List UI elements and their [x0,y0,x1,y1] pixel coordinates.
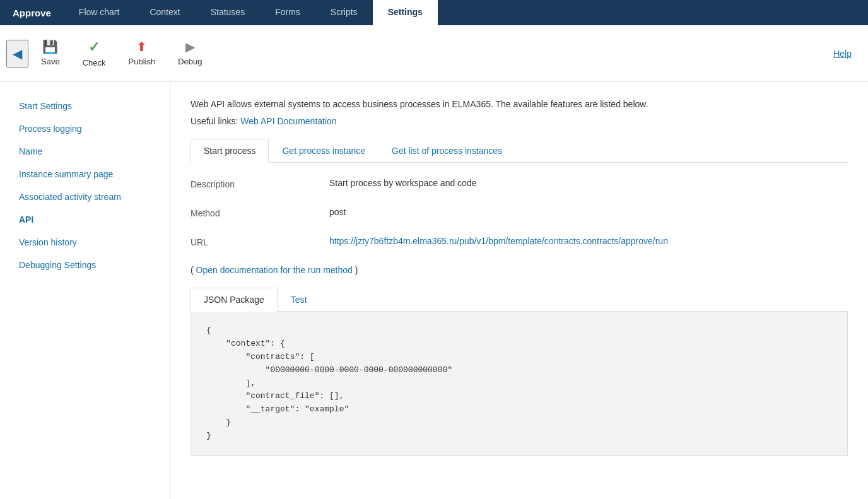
open-doc-prefix: ( [191,265,196,275]
description-label: Description [191,178,329,189]
sub-tab-test[interactable]: Test [278,288,320,312]
tab-get-process-instance[interactable]: Get process instance [269,139,378,163]
tab-settings[interactable]: Settings [373,0,438,25]
sidebar-item-api[interactable]: API [0,208,170,231]
sidebar-item-instance-summary-page[interactable]: Instance summary page [0,163,170,185]
check-button[interactable]: ✓ Check [73,34,116,73]
toolbar: ◀ 💾 Save ✓ Check ⬆ Publish ▶ Debug Help [0,25,868,82]
sidebar-item-debugging-settings[interactable]: Debugging Settings [0,254,170,276]
sub-tabs: JSON Package Test [191,288,848,312]
debug-icon: ▶ [185,39,195,54]
url-value: https://jzty7b6ftzb4m.elma365.ru/pub/v1/… [329,236,848,246]
tab-statuses[interactable]: Statuses [196,0,260,25]
publish-icon: ⬆ [136,39,147,54]
check-icon: ✓ [88,39,100,56]
back-button[interactable]: ◀ [6,40,28,68]
toolbar-buttons: 💾 Save ✓ Check ⬆ Publish ▶ Debug [31,34,212,73]
code-block: { "context": { "contracts": [ "00000000-… [191,312,848,455]
sub-tab-json-package[interactable]: JSON Package [191,288,278,312]
sidebar: Start Settings Process logging Name Inst… [0,82,170,499]
description-value: Start process by workspace and code [329,178,848,188]
sidebar-item-version-history[interactable]: Version history [0,231,170,254]
sidebar-item-process-logging[interactable]: Process logging [0,117,170,140]
method-label: Method [191,207,329,218]
top-nav: Approve Flow chart Context Statuses Form… [0,0,868,25]
tab-get-list[interactable]: Get list of process instances [378,139,515,163]
tab-scripts[interactable]: Scripts [315,0,373,25]
tab-context[interactable]: Context [134,0,195,25]
publish-label: Publish [129,57,156,66]
url-row: URL https://jzty7b6ftzb4m.elma365.ru/pub… [191,236,848,247]
save-icon: 💾 [42,39,58,54]
save-button[interactable]: 💾 Save [31,34,70,73]
open-doc-link[interactable]: Open documentation for the run method [196,265,353,275]
top-nav-tabs: Flow chart Context Statuses Forms Script… [64,0,868,25]
sidebar-item-start-settings[interactable]: Start Settings [0,95,170,117]
description-text: Web API allows external systems to acces… [191,97,848,111]
brand-title: Approve [0,0,64,25]
sidebar-item-associated-activity-stream[interactable]: Associated activity stream [0,185,170,208]
useful-links-prefix: Useful links: [191,116,240,126]
useful-links: Useful links: Web API Documentation [191,116,848,126]
sidebar-item-name[interactable]: Name [0,140,170,163]
debug-label: Debug [178,57,202,66]
main-tabs: Start process Get process instance Get l… [191,139,848,163]
save-label: Save [41,57,60,66]
tab-forms[interactable]: Forms [260,0,315,25]
description-row: Description Start process by workspace a… [191,178,848,189]
help-link[interactable]: Help [823,44,862,64]
method-value: post [329,207,848,217]
content-area: Web API allows external systems to acces… [170,82,868,499]
tab-start-process[interactable]: Start process [191,139,269,163]
debug-button[interactable]: ▶ Debug [168,34,212,73]
web-api-documentation-link[interactable]: Web API Documentation [240,116,336,126]
url-label: URL [191,236,329,247]
check-label: Check [83,58,106,68]
tab-flowchart[interactable]: Flow chart [64,0,135,25]
method-row: Method post [191,207,848,218]
publish-button[interactable]: ⬆ Publish [119,34,166,73]
open-doc-suffix: ) [353,265,358,275]
open-doc-container: ( Open documentation for the run method … [191,265,848,275]
main-layout: Start Settings Process logging Name Inst… [0,82,868,499]
